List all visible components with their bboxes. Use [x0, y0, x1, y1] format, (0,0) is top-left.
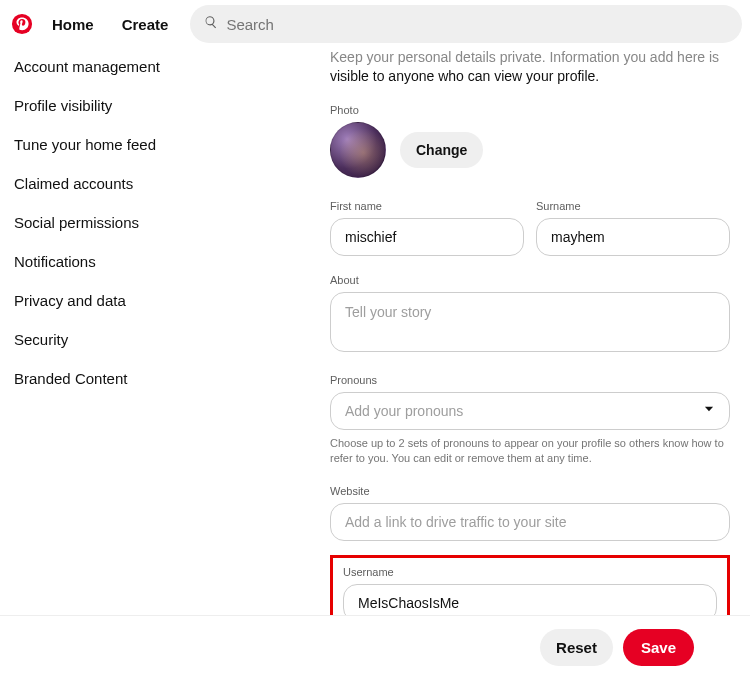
reset-button[interactable]: Reset — [540, 629, 613, 666]
first-name-label: First name — [330, 200, 524, 212]
about-label: About — [330, 274, 730, 286]
footer-bar: Reset Save — [0, 615, 750, 679]
sidebar-item-claimed-accounts[interactable]: Claimed accounts — [14, 167, 200, 206]
search-box[interactable] — [190, 5, 742, 43]
profile-description: Keep your personal details private. Info… — [330, 48, 730, 86]
photo-row: Change — [330, 122, 730, 178]
search-icon — [204, 15, 226, 33]
change-photo-button[interactable]: Change — [400, 132, 483, 168]
sidebar-item-tune-home-feed[interactable]: Tune your home feed — [14, 128, 200, 167]
sidebar-item-social-permissions[interactable]: Social permissions — [14, 206, 200, 245]
website-label: Website — [330, 485, 730, 497]
nav-home[interactable]: Home — [40, 8, 106, 41]
profile-description-line1: Keep your personal details private. Info… — [330, 49, 719, 65]
profile-edit-main: Keep your personal details private. Info… — [200, 48, 750, 661]
pinterest-logo-icon[interactable] — [8, 10, 36, 38]
pronouns-hint: Choose up to 2 sets of pronouns to appea… — [330, 436, 730, 467]
sidebar-item-account-management[interactable]: Account management — [14, 50, 200, 89]
sidebar-item-notifications[interactable]: Notifications — [14, 245, 200, 284]
about-textarea[interactable] — [330, 292, 730, 352]
surname-input[interactable] — [536, 218, 730, 256]
profile-description-line2: visible to anyone who can view your prof… — [330, 68, 599, 84]
sidebar-item-branded-content[interactable]: Branded Content — [14, 362, 200, 401]
save-button[interactable]: Save — [623, 629, 694, 666]
sidebar-item-security[interactable]: Security — [14, 323, 200, 362]
nav-create[interactable]: Create — [110, 8, 181, 41]
sidebar-item-profile-visibility[interactable]: Profile visibility — [14, 89, 200, 128]
photo-label: Photo — [330, 104, 730, 116]
avatar[interactable] — [330, 122, 386, 178]
top-bar: Home Create — [0, 0, 750, 48]
website-input[interactable] — [330, 503, 730, 541]
settings-sidebar: Account management Profile visibility Tu… — [0, 48, 200, 661]
pronouns-select[interactable] — [330, 392, 730, 430]
username-label: Username — [343, 566, 717, 578]
pronouns-label: Pronouns — [330, 374, 730, 386]
sidebar-item-privacy-data[interactable]: Privacy and data — [14, 284, 200, 323]
search-wrap — [190, 5, 742, 43]
surname-label: Surname — [536, 200, 730, 212]
svg-point-0 — [12, 14, 32, 34]
search-input[interactable] — [226, 16, 728, 33]
first-name-input[interactable] — [330, 218, 524, 256]
